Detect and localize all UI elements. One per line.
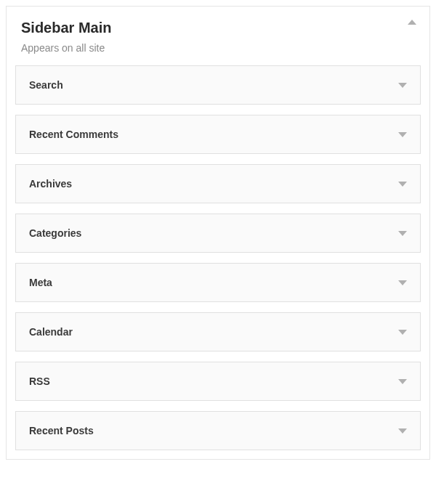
widget-item-categories[interactable]: Categories bbox=[15, 214, 421, 253]
widget-title: Calendar bbox=[29, 326, 73, 338]
widget-title: Search bbox=[29, 79, 63, 91]
chevron-down-icon bbox=[398, 280, 407, 285]
chevron-down-icon bbox=[398, 132, 407, 137]
widget-area: Sidebar Main Appears on all site Search … bbox=[6, 6, 430, 460]
collapse-up-icon[interactable] bbox=[408, 20, 416, 25]
chevron-down-icon bbox=[398, 330, 407, 335]
widget-item-meta[interactable]: Meta bbox=[15, 263, 421, 302]
chevron-down-icon bbox=[398, 83, 407, 88]
widget-item-recent-posts[interactable]: Recent Posts bbox=[15, 411, 421, 450]
widget-item-calendar[interactable]: Calendar bbox=[15, 312, 421, 351]
area-header: Sidebar Main Appears on all site bbox=[7, 7, 429, 57]
area-description: Appears on all site bbox=[21, 42, 415, 54]
widget-title: Meta bbox=[29, 277, 52, 288]
chevron-down-icon bbox=[398, 182, 407, 187]
widget-list: Search Recent Comments Archives Categori… bbox=[7, 57, 429, 459]
widget-title: Categories bbox=[29, 227, 81, 239]
widget-item-recent-comments[interactable]: Recent Comments bbox=[15, 115, 421, 154]
chevron-down-icon bbox=[398, 428, 407, 434]
widget-title: Archives bbox=[29, 178, 72, 190]
widget-title: Recent Posts bbox=[29, 425, 94, 436]
chevron-down-icon bbox=[398, 379, 407, 384]
widget-title: RSS bbox=[29, 375, 50, 387]
widget-item-rss[interactable]: RSS bbox=[15, 362, 421, 401]
area-title: Sidebar Main bbox=[21, 20, 415, 36]
chevron-down-icon bbox=[398, 231, 407, 236]
widget-item-search[interactable]: Search bbox=[15, 65, 421, 105]
widget-item-archives[interactable]: Archives bbox=[15, 164, 421, 203]
widget-title: Recent Comments bbox=[29, 129, 118, 140]
